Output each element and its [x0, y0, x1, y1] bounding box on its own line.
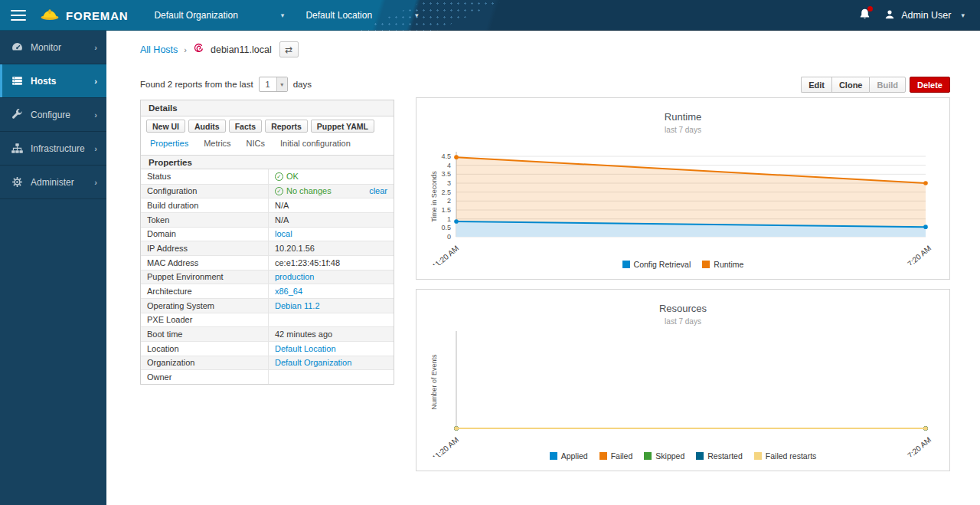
gauge-icon	[11, 41, 24, 54]
property-link[interactable]: local	[275, 229, 292, 238]
new-ui-button[interactable]: New UI	[146, 120, 185, 133]
debian-icon	[193, 43, 204, 57]
tab-nics[interactable]: NICs	[239, 136, 273, 150]
audits-button[interactable]: Audits	[188, 120, 226, 133]
sidebar-item-administer[interactable]: Administer›	[0, 166, 106, 199]
resources-chart-panel: Resources last 7 days Number of Events11…	[416, 289, 950, 471]
reports-found-text: Found 2 reports from the last	[140, 80, 253, 89]
property-value: ce:e1:23:45:1f:48	[268, 256, 394, 270]
property-value	[268, 313, 394, 327]
chevron-right-icon: ›	[94, 110, 97, 120]
sidebar-item-label: Monitor	[31, 42, 61, 53]
delete-button[interactable]: Delete	[910, 77, 950, 93]
property-label: Domain	[141, 228, 268, 241]
clone-button[interactable]: Clone	[831, 77, 870, 93]
property-text: N/A	[275, 201, 289, 210]
legend-item-restarted[interactable]: Restarted	[696, 451, 743, 461]
legend-label: Applied	[561, 451, 588, 461]
legend-item-skipped[interactable]: Skipped	[644, 451, 684, 461]
build-button: Build	[869, 77, 906, 93]
properties-table: Status✓OKConfiguration✓No changesclearBu…	[141, 169, 394, 384]
table-row: LocationDefault Location	[141, 341, 394, 356]
user-menu-dropdown[interactable]: Admin User ▾	[884, 8, 965, 23]
svg-text:3: 3	[447, 179, 451, 187]
table-row: OrganizationDefault Organization	[141, 356, 394, 370]
user-name: Admin User	[901, 10, 951, 21]
tab-metrics[interactable]: Metrics	[196, 136, 238, 150]
host-switcher-button[interactable]: ⇄	[279, 41, 299, 57]
notifications-button[interactable]	[858, 8, 871, 24]
property-value: production	[268, 271, 394, 284]
status-text: No changes	[286, 186, 332, 195]
breadcrumb-all-hosts-link[interactable]: All Hosts	[140, 44, 178, 55]
legend-item-runtime[interactable]: Runtime	[702, 260, 743, 269]
chevron-right-icon: ›	[94, 178, 97, 187]
legend-item-applied[interactable]: Applied	[550, 451, 588, 461]
table-row: Owner	[141, 369, 394, 384]
sidebar-item-configure[interactable]: Configure›	[0, 98, 106, 132]
sidebar-item-hosts[interactable]: Hosts›	[0, 64, 106, 98]
user-icon	[884, 8, 896, 23]
legend-swatch-icon	[550, 452, 557, 460]
legend-item-failed-restarts[interactable]: Failed restarts	[754, 451, 817, 461]
switch-arrows-icon: ⇄	[285, 44, 292, 55]
table-row: Configuration✓No changesclear	[141, 184, 394, 198]
svg-text:2.5: 2.5	[441, 189, 451, 196]
host-actions-toolbar: EditCloneBuild Delete	[801, 77, 950, 93]
legend-swatch-icon	[599, 452, 607, 460]
status-badge: ✓OK	[275, 172, 299, 181]
facts-button[interactable]: Facts	[229, 120, 262, 133]
chevron-right-icon: ›	[94, 144, 97, 153]
location-label: Default Location	[305, 10, 372, 21]
property-link[interactable]: Default Location	[275, 344, 336, 353]
legend-swatch-icon	[754, 452, 762, 460]
property-value: ✓No changesclear	[268, 185, 394, 198]
sidebar-item-label: Configure	[31, 110, 70, 120]
caret-down-icon: ▾	[415, 11, 419, 19]
sidebar-nav: Monitor›Hosts›Configure›Infrastructure›A…	[0, 31, 106, 505]
table-row: Build durationN/A	[141, 198, 394, 212]
location-dropdown[interactable]: Default Location ▾	[295, 0, 429, 31]
puppet-yaml-button[interactable]: Puppet YAML	[311, 120, 374, 133]
table-row: Architecturex86_64	[141, 284, 394, 298]
legend-item-failed[interactable]: Failed	[599, 451, 633, 461]
property-label: Configuration	[141, 185, 268, 198]
tab-properties[interactable]: Properties	[142, 136, 196, 150]
caret-down-icon: ▾	[281, 11, 285, 19]
caret-down-icon: ▾	[276, 77, 287, 91]
property-link[interactable]: Debian 11.2	[275, 301, 320, 310]
tab-initial-configuration[interactable]: Initial configuration	[273, 136, 358, 150]
resources-chart-subtitle: last 7 days	[416, 317, 949, 326]
table-row: Puppet Environmentproduction	[141, 270, 394, 284]
organization-dropdown[interactable]: Default Organization ▾	[143, 0, 295, 31]
table-row: MAC Addressce:e1:23:45:1f:48	[141, 255, 394, 270]
table-row: TokenN/A	[141, 212, 394, 227]
brand-title: FOREMAN	[66, 9, 128, 22]
menu-toggle-icon[interactable]	[11, 10, 26, 21]
svg-text:0.5: 0.5	[441, 224, 451, 231]
sidebar-item-monitor[interactable]: Monitor›	[0, 31, 106, 64]
foreman-brand[interactable]: FOREMAN	[40, 7, 128, 24]
sitemap-icon	[11, 142, 24, 155]
chevron-right-icon: ›	[94, 43, 97, 52]
properties-heading: Properties	[141, 155, 394, 169]
property-value: Debian 11.2	[268, 299, 394, 313]
edit-button[interactable]: Edit	[801, 77, 831, 93]
legend-item-config-retrieval[interactable]: Config Retrieval	[622, 260, 691, 269]
property-link[interactable]: production	[275, 272, 314, 281]
property-text: 10.20.1.56	[275, 244, 315, 253]
property-value: 10.20.1.56	[268, 241, 394, 255]
notification-badge	[867, 6, 873, 11]
sidebar-item-infrastructure[interactable]: Infrastructure›	[0, 132, 106, 166]
clear-link[interactable]: clear	[369, 186, 387, 195]
legend-label: Failed	[611, 451, 633, 461]
reports-button[interactable]: Reports	[265, 120, 308, 133]
runtime-chart-title: Runtime	[416, 111, 949, 123]
property-link[interactable]: Default Organization	[275, 358, 351, 367]
days-select[interactable]: 1 ▾	[259, 77, 288, 92]
property-value: N/A	[268, 213, 394, 227]
property-label: MAC Address	[141, 256, 268, 270]
runtime-chart-subtitle: last 7 days	[416, 126, 949, 134]
property-link[interactable]: x86_64	[275, 287, 302, 296]
page-title-host: debian11.local	[211, 44, 272, 55]
